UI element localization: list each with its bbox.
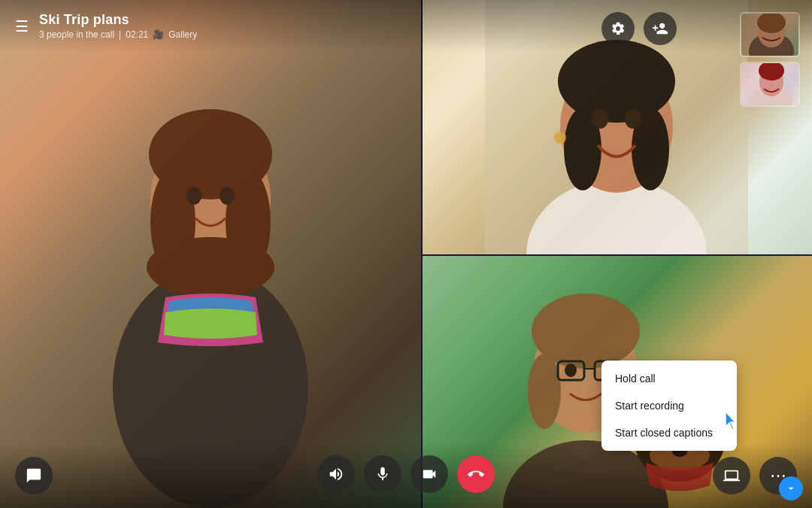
call-title: Ski Trip plans: [39, 12, 197, 28]
thumbnail-person-2: [741, 63, 800, 107]
settings-icon: [611, 21, 626, 36]
end-call-button[interactable]: [457, 455, 495, 493]
hamburger-menu-icon[interactable]: ☰: [15, 17, 29, 35]
start-closed-captions-menu-item[interactable]: Start closed captions: [601, 419, 737, 446]
svg-point-6: [186, 187, 201, 205]
camera-indicator-icon: 🎥: [153, 29, 164, 40]
speaker-button[interactable]: [317, 455, 355, 493]
settings-button[interactable]: [601, 12, 635, 45]
add-participant-button[interactable]: [644, 12, 677, 45]
call-subtitle: 3 people in the call | 02:21 🎥 Gallery: [39, 29, 197, 40]
call-title-area: Ski Trip plans 3 people in the call | 02…: [39, 12, 197, 40]
microphone-icon: [374, 466, 391, 482]
bottom-control-bar: ⋯: [0, 443, 812, 508]
screen-share-icon: [723, 467, 740, 484]
svg-point-16: [554, 132, 566, 144]
thumbnail-participant-1[interactable]: [740, 12, 800, 57]
separator: |: [119, 29, 121, 40]
svg-point-5: [147, 237, 274, 297]
more-active-indicator: [779, 476, 803, 500]
call-duration: 02:21: [126, 29, 148, 40]
camera-button[interactable]: [411, 455, 448, 493]
grid-divider-horizontal: [421, 254, 812, 256]
chat-icon: [26, 467, 42, 484]
svg-point-20: [528, 354, 561, 429]
microphone-button[interactable]: [364, 455, 401, 493]
chat-button[interactable]: [15, 457, 53, 494]
add-person-icon: [652, 20, 668, 37]
header-overlay: ☰ Ski Trip plans 3 people in the call | …: [0, 0, 812, 52]
more-options-wrapper: ⋯: [759, 457, 797, 494]
svg-point-7: [220, 187, 235, 205]
thumbnail-person-1: [741, 14, 800, 57]
screen-share-button[interactable]: [713, 457, 750, 494]
main-video: [0, 0, 421, 508]
start-recording-menu-item[interactable]: Start recording: [601, 392, 737, 419]
view-mode: Gallery: [168, 29, 197, 40]
svg-point-11: [558, 40, 675, 123]
svg-point-15: [625, 109, 641, 129]
camera-icon: [421, 466, 438, 482]
thumbnail-participant-2[interactable]: [740, 62, 800, 107]
speaker-icon: [328, 466, 344, 482]
hold-call-menu-item[interactable]: Hold call: [601, 365, 737, 392]
people-count: 3 people in the call: [39, 29, 114, 40]
bottom-right-controls: ⋯: [713, 457, 797, 494]
participant-thumbnails: [740, 12, 800, 107]
svg-point-14: [592, 109, 608, 129]
expand-icon: [785, 482, 797, 494]
person-1-silhouette: [53, 11, 368, 508]
chat-area: [15, 457, 53, 494]
context-menu: Hold call Start recording Start closed c…: [601, 360, 737, 451]
svg-point-24: [565, 364, 577, 377]
end-call-icon: [468, 466, 484, 482]
top-right-controls: [601, 12, 677, 45]
thumbnail-bg-1: [741, 14, 798, 56]
thumbnail-bg-2: [741, 63, 798, 105]
